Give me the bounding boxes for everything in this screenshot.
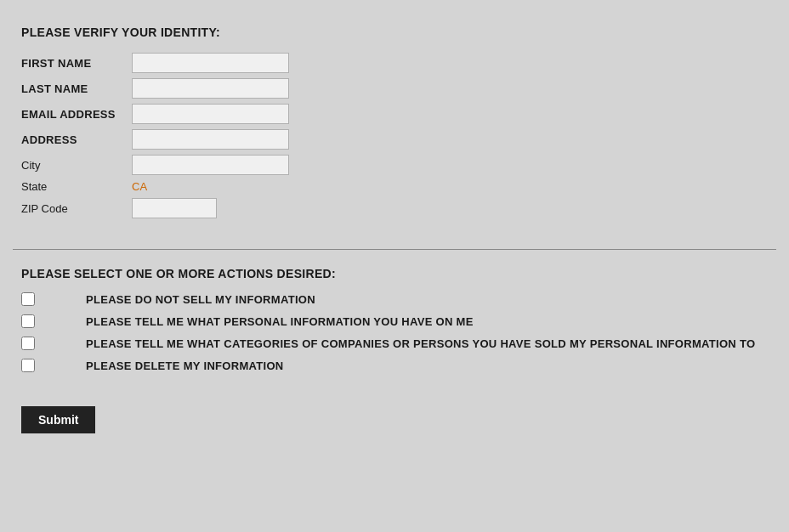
email-input[interactable] — [132, 104, 289, 124]
option-no-sell-row: PLEASE DO NOT SELL MY INFORMATION — [21, 292, 768, 306]
identity-section: PLEASE VERIFY YOUR IDENTITY: FIRST NAME … — [13, 17, 776, 241]
submit-section: Submit — [13, 398, 776, 442]
city-label: City — [21, 159, 132, 172]
zip-input[interactable] — [132, 198, 217, 218]
option-delete-row: PLEASE DELETE MY INFORMATION — [21, 359, 768, 372]
option-no-sell-checkbox[interactable] — [21, 292, 35, 306]
form-container: PLEASE VERIFY YOUR IDENTITY: FIRST NAME … — [13, 17, 776, 442]
option-tell-me-label: PLEASE TELL ME WHAT PERSONAL INFORMATION… — [86, 315, 474, 328]
last-name-row: LAST NAME — [21, 78, 768, 99]
state-value: CA — [132, 180, 147, 193]
state-label: State — [21, 180, 132, 193]
submit-button[interactable]: Submit — [21, 406, 95, 433]
option-categories-label: PLEASE TELL ME WHAT CATEGORIES OF COMPAN… — [86, 337, 755, 350]
option-tell-me-checkbox[interactable] — [21, 314, 35, 328]
email-label: EMAIL ADDRESS — [21, 108, 132, 121]
option-delete-checkbox[interactable] — [21, 359, 35, 372]
zip-label: ZIP Code — [21, 202, 132, 215]
first-name-label: FIRST NAME — [21, 57, 132, 70]
last-name-input[interactable] — [132, 78, 289, 99]
option-categories-row: PLEASE TELL ME WHAT CATEGORIES OF COMPAN… — [21, 337, 768, 350]
address-label: ADDRESS — [21, 133, 132, 146]
last-name-label: LAST NAME — [21, 82, 132, 95]
first-name-input[interactable] — [132, 53, 289, 73]
option-categories-checkbox[interactable] — [21, 337, 35, 350]
section-divider — [13, 249, 776, 250]
city-row: City — [21, 155, 768, 175]
address-input[interactable] — [132, 129, 289, 150]
option-delete-label: PLEASE DELETE MY INFORMATION — [86, 359, 284, 372]
actions-section: PLEASE SELECT ONE OR MORE ACTIONS DESIRE… — [13, 267, 776, 398]
city-input[interactable] — [132, 155, 289, 175]
email-row: EMAIL ADDRESS — [21, 104, 768, 124]
actions-title: PLEASE SELECT ONE OR MORE ACTIONS DESIRE… — [21, 267, 768, 280]
option-no-sell-label: PLEASE DO NOT SELL MY INFORMATION — [86, 293, 315, 306]
option-tell-me-row: PLEASE TELL ME WHAT PERSONAL INFORMATION… — [21, 314, 768, 328]
zip-row: ZIP Code — [21, 198, 768, 218]
first-name-row: FIRST NAME — [21, 53, 768, 73]
identity-title: PLEASE VERIFY YOUR IDENTITY: — [21, 25, 768, 39]
state-row: State CA — [21, 180, 768, 193]
address-row: ADDRESS — [21, 129, 768, 150]
